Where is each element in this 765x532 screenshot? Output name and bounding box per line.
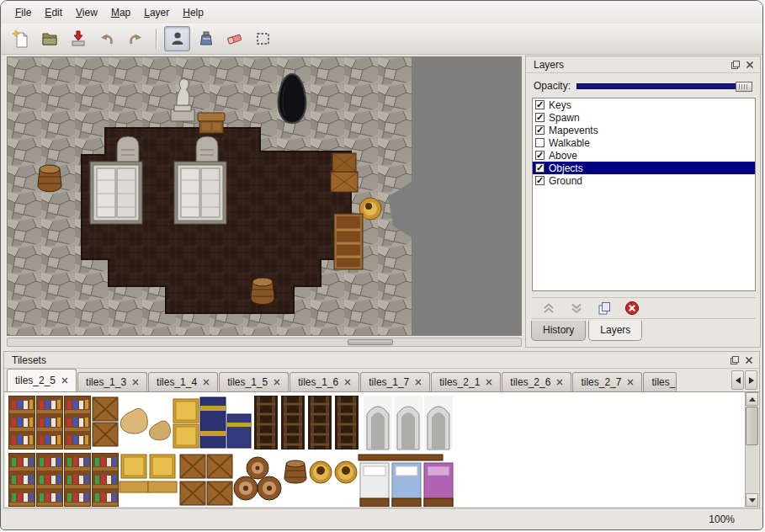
close-icon[interactable]: [743, 354, 755, 366]
tileset-tab[interactable]: tiles_1_5: [219, 372, 289, 391]
layer-buttons: [532, 297, 756, 319]
layer-visibility-checkbox[interactable]: [535, 138, 545, 147]
layers-panel-titlebar: Layers: [526, 56, 760, 73]
menu-edit[interactable]: Edit: [38, 3, 69, 22]
stamp-tool-button[interactable]: [164, 26, 190, 51]
tileset-tab-label: tiles_2_5: [15, 375, 56, 386]
layer-label: Walkable: [549, 137, 590, 149]
menubar: File Edit View Map Layer Help: [1, 1, 762, 24]
menu-help[interactable]: Help: [176, 3, 210, 22]
layer-row[interactable]: Above: [533, 149, 755, 162]
opacity-slider-handle[interactable]: [736, 82, 752, 92]
tileset-vertical-scrollbar[interactable]: [745, 392, 758, 507]
layer-row[interactable]: Spawn: [533, 111, 755, 124]
close-icon[interactable]: [744, 59, 756, 71]
cave-entrance: [279, 74, 306, 123]
redo-icon: [126, 29, 145, 48]
menu-layer[interactable]: Layer: [137, 3, 176, 22]
new-file-button[interactable]: [8, 26, 34, 51]
layers-panel-title: Layers: [534, 59, 564, 71]
tombstone: [117, 136, 139, 165]
tab-history[interactable]: History: [531, 321, 586, 341]
close-tab-icon[interactable]: [61, 377, 68, 384]
statusbar: 100%: [1, 508, 762, 529]
delete-icon: [624, 301, 640, 316]
tileset-tab[interactable]: tiles_2_1: [431, 372, 501, 391]
map-hscroll-thumb[interactable]: [348, 339, 393, 345]
map-canvas[interactable]: [7, 56, 522, 336]
map-horizontal-scrollbar[interactable]: [7, 338, 522, 347]
layer-row-selected[interactable]: Objects: [533, 162, 755, 174]
tileset-vscroll-thumb[interactable]: [746, 407, 758, 445]
tileset-tab[interactable]: tiles_2_6: [502, 372, 571, 391]
redo-button[interactable]: [122, 26, 148, 51]
layer-visibility-checkbox[interactable]: [535, 151, 545, 160]
tileset-tab-label: tiles_1_4: [157, 376, 197, 388]
tileset-tab-label: tiles_2_6: [510, 376, 550, 388]
tab-scroll-arrows: [731, 369, 759, 391]
arrow-left-icon: [736, 377, 741, 384]
tileset-tab[interactable]: tiles_1_7: [360, 372, 430, 391]
layer-visibility-checkbox[interactable]: [535, 100, 545, 109]
opacity-slider[interactable]: [576, 81, 752, 92]
paint-tool-button[interactable]: [193, 26, 219, 51]
move-layer-up-button[interactable]: [539, 299, 559, 317]
open-file-button[interactable]: [36, 26, 62, 51]
layer-row[interactable]: Keys: [533, 98, 755, 111]
move-layer-down-button[interactable]: [566, 299, 587, 317]
selection-tool-button[interactable]: [250, 26, 276, 51]
close-tab-icon[interactable]: [274, 379, 280, 386]
layer-row[interactable]: Mapevents: [533, 124, 755, 136]
scroll-up-button[interactable]: [746, 392, 758, 406]
close-tab-icon[interactable]: [415, 379, 422, 386]
tileset-tab-label: tiles_1_7: [369, 376, 409, 388]
tileset-image[interactable]: [7, 394, 457, 507]
tileset-tab[interactable]: tiles_: [643, 372, 677, 391]
tileset-tab[interactable]: tiles_1_6: [290, 372, 359, 391]
layer-label: Keys: [549, 99, 571, 111]
layer-visibility-checkbox[interactable]: [535, 163, 545, 173]
tileset-tab[interactable]: tiles_1_4: [148, 372, 218, 391]
tileset-tab[interactable]: tiles_2_7: [572, 372, 642, 391]
close-tab-icon[interactable]: [486, 379, 492, 386]
crate-stack: [331, 153, 358, 192]
tileset-tab-label: tiles_1_6: [298, 376, 338, 388]
scroll-tabs-left-button[interactable]: [731, 370, 744, 390]
close-tab-icon[interactable]: [556, 379, 563, 386]
tileset-tab-label: tiles_: [651, 376, 675, 388]
save-button[interactable]: [65, 26, 91, 51]
layer-list[interactable]: Keys Spawn Mapevents Walkable Above Obje…: [532, 98, 756, 291]
menu-view[interactable]: View: [69, 3, 104, 22]
map-render: [8, 57, 521, 335]
tab-layers[interactable]: Layers: [588, 321, 642, 341]
menu-file[interactable]: File: [8, 3, 38, 22]
tileset-view[interactable]: [5, 392, 758, 507]
layer-visibility-checkbox[interactable]: [535, 125, 545, 135]
app-window: File Edit View Map Layer Help: [0, 0, 763, 530]
tileset-tab[interactable]: tiles_2_5: [7, 369, 77, 391]
opacity-slider-track[interactable]: [576, 83, 751, 89]
close-tab-icon[interactable]: [627, 379, 634, 386]
layer-visibility-checkbox[interactable]: [535, 176, 545, 185]
layer-label: Above: [549, 150, 577, 162]
undock-icon[interactable]: [730, 59, 741, 71]
undo-icon: [98, 29, 116, 48]
scroll-down-button[interactable]: [746, 493, 758, 507]
paint-tool-icon: [197, 29, 215, 48]
tileset-tab[interactable]: tiles_1_3: [77, 372, 147, 391]
menu-map[interactable]: Map: [104, 3, 137, 22]
duplicate-icon: [597, 301, 612, 316]
close-tab-icon[interactable]: [132, 379, 139, 386]
close-tab-icon[interactable]: [344, 379, 351, 386]
layer-row[interactable]: Ground: [533, 174, 755, 187]
layer-row[interactable]: Walkable: [533, 136, 755, 149]
undo-button[interactable]: [93, 26, 120, 51]
delete-layer-button[interactable]: [622, 299, 642, 317]
tilesets-panel: Tilesets tiles_2_5 tiles_1_3 tiles_1_4: [3, 351, 760, 508]
undock-icon[interactable]: [729, 354, 741, 366]
layer-visibility-checkbox[interactable]: [535, 113, 545, 122]
close-tab-icon[interactable]: [203, 379, 210, 386]
scroll-tabs-right-button[interactable]: [745, 370, 757, 390]
eraser-tool-button[interactable]: [221, 26, 247, 51]
duplicate-layer-button[interactable]: [594, 299, 614, 317]
